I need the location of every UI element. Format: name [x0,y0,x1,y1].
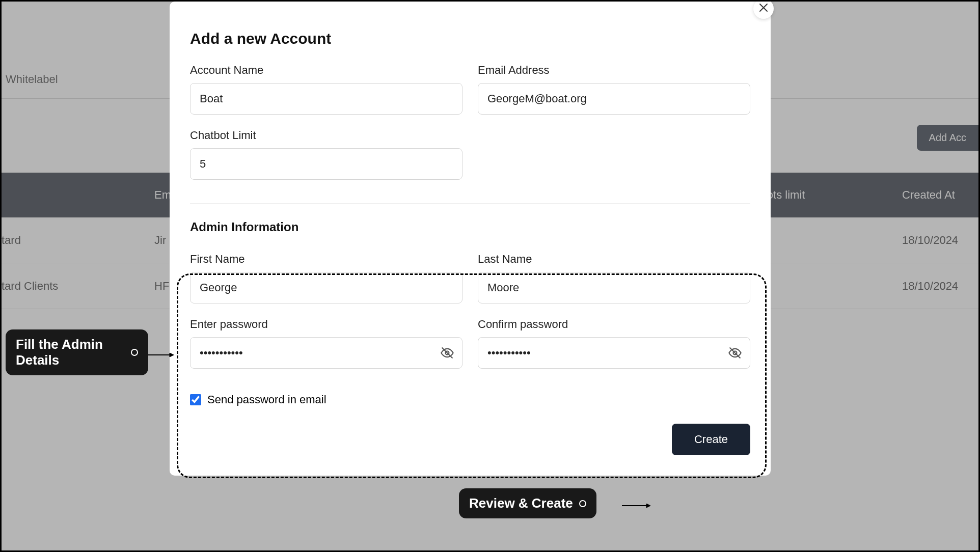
admin-callout: Fill the Admin Details [6,329,148,375]
password-field: Enter password [190,318,462,369]
account-name-label: Account Name [190,64,462,77]
callout-dot-icon [579,500,586,507]
review-callout-text: Review & Create [469,495,573,511]
confirm-password-input[interactable] [478,337,750,369]
last-name-field: Last Name [478,253,750,303]
arrow-icon [622,504,650,508]
password-input[interactable] [190,337,462,369]
admin-callout-text: Fill the Admin Details [16,337,125,368]
eye-off-icon[interactable] [728,346,742,360]
first-name-label: First Name [190,253,462,266]
password-label: Enter password [190,318,462,331]
modal-title: Add a new Account [190,30,750,47]
first-name-input[interactable] [190,272,462,303]
send-password-row: Send password in email [190,383,750,406]
chatbot-limit-input[interactable] [190,148,462,180]
section-divider [190,203,750,204]
add-account-modal: Add a new Account Account Name Email Add… [170,2,771,476]
email-label: Email Address [478,64,750,77]
send-password-checkbox[interactable] [190,394,201,405]
chatbot-limit-label: Chatbot Limit [190,129,462,142]
close-icon [759,2,768,15]
create-button[interactable]: Create [672,424,750,455]
account-name-field: Account Name [190,64,462,115]
eye-off-icon[interactable] [440,346,454,360]
account-name-input[interactable] [190,83,462,115]
admin-section-heading-wrap: Admin Information [190,220,750,238]
email-input[interactable] [478,83,750,115]
admin-section-title: Admin Information [190,220,750,234]
last-name-input[interactable] [478,272,750,303]
arrow-icon [148,353,174,357]
confirm-password-label: Confirm password [478,318,750,331]
last-name-label: Last Name [478,253,750,266]
send-password-label: Send password in email [207,393,326,406]
chatbot-limit-field: Chatbot Limit [190,129,462,180]
modal-footer: Create [190,424,750,455]
first-name-field: First Name [190,253,462,303]
review-callout: Review & Create [459,488,596,518]
confirm-password-field: Confirm password [478,318,750,369]
email-field: Email Address [478,64,750,115]
callout-dot-icon [131,349,138,356]
